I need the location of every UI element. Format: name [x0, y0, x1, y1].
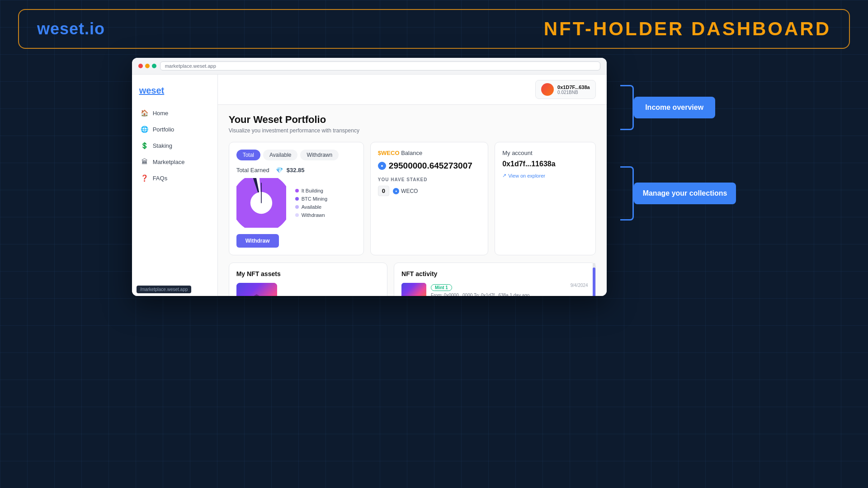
- legend-it-building: It Building: [295, 188, 327, 193]
- activity-item-1: Mint 1 From: 0x0000...0000 To: 0x1d7f...…: [401, 283, 588, 296]
- nft-asset-item: It Building x3: [236, 283, 380, 296]
- total-earned-card: Total Available Withdrawn Total Earned 💎…: [229, 142, 364, 255]
- sidebar-item-staking[interactable]: 💲 Staking: [132, 137, 217, 154]
- wallet-avatar: [541, 83, 554, 96]
- marketplace-icon: 🏛: [141, 158, 148, 165]
- nft-assets-card: My NFT assets It Building x3: [229, 263, 387, 296]
- legend-dot-1: [295, 189, 299, 192]
- nft-image: [236, 283, 277, 296]
- activity-date-1: 9/4/2024: [571, 283, 588, 288]
- pie-chart: [236, 178, 286, 228]
- legend-withdrawn: Withdrawn: [295, 212, 327, 218]
- manage-collections-bracket: [620, 166, 634, 221]
- weco-badge: ● WECO: [393, 188, 418, 194]
- explorer-link[interactable]: ↗ View on explorer: [502, 173, 588, 178]
- wallet-details: 0x1D7F...638a 0.021BNB: [557, 84, 590, 95]
- legend-dot-3: [295, 205, 299, 209]
- sidebar-item-portfolio[interactable]: 🌐 Portfolio: [132, 121, 217, 137]
- app-header: 0x1D7F...638a 0.021BNB: [218, 75, 607, 105]
- manage-collections-annotation: Manage your collections: [620, 166, 736, 221]
- faqs-icon: ❓: [141, 174, 148, 182]
- income-overview-bracket: [620, 85, 634, 130]
- weco-circle-icon: ●: [378, 162, 386, 170]
- tab-available[interactable]: Available: [263, 150, 297, 160]
- nft-activity-card: NFT activity Mint 1 From: 0x0000...0000: [394, 263, 596, 296]
- total-earned-label: Total Earned 💎 $32.85: [236, 167, 356, 174]
- nft-row: My NFT assets It Building x3: [229, 263, 596, 296]
- legend: It Building BTC Mining Available: [295, 188, 327, 218]
- sidebar-item-faqs[interactable]: ❓ FAQs: [132, 170, 217, 186]
- income-overview-button[interactable]: Income overview: [634, 97, 715, 119]
- staking-icon: 💲: [141, 142, 148, 149]
- legend-dot-2: [295, 197, 299, 201]
- staked-amount: 0: [378, 186, 389, 196]
- wallet-info[interactable]: 0x1D7F...638a 0.021BNB: [535, 80, 596, 99]
- url-bar: /marketplace.weset.app: [137, 286, 192, 293]
- weco-title: $WECO Balance: [378, 150, 481, 156]
- portfolio-subtitle: Visualize you investment performance wit…: [229, 127, 596, 134]
- sidebar: weset 🏠 Home 🌐 Portfolio 💲 Staking 🏛 Mar…: [132, 75, 218, 296]
- nft-house-shape: [245, 294, 268, 296]
- wallet-address: 0x1D7F...638a: [557, 84, 590, 90]
- sidebar-logo: weset: [132, 82, 217, 105]
- cards-row: Total Available Withdrawn Total Earned 💎…: [229, 142, 596, 255]
- sidebar-label-home: Home: [153, 110, 169, 117]
- app-main: 0x1D7F...638a 0.021BNB Your Weset Portfo…: [218, 75, 607, 296]
- sidebar-label-portfolio: Portfolio: [153, 126, 175, 133]
- wallet-balance: 0.021BNB: [557, 90, 590, 95]
- home-icon: 🏠: [141, 109, 148, 117]
- legend-available: Available: [295, 204, 327, 210]
- account-address: 0x1d7f...11638a: [502, 160, 588, 168]
- account-title: My account: [502, 150, 588, 156]
- nft-activity-title: NFT activity: [401, 270, 588, 277]
- legend-btc-mining: BTC Mining: [295, 196, 327, 202]
- browser-window: marketplace.weset.app weset 🏠 Home 🌐 Por…: [132, 58, 607, 296]
- activity-thumb-1: [401, 283, 426, 296]
- withdraw-button[interactable]: Withdraw: [236, 234, 279, 248]
- weco-small-icon: ●: [393, 188, 399, 194]
- external-link-icon: ↗: [502, 173, 506, 178]
- main-content: marketplace.weset.app weset 🏠 Home 🌐 Por…: [0, 58, 868, 296]
- sidebar-item-home[interactable]: 🏠 Home: [132, 105, 217, 121]
- activity-info-1: Mint 1 From: 0x0000...0000 To: 0x1d7f...…: [431, 283, 588, 296]
- scroll-track: [593, 263, 595, 296]
- browser-dots: [138, 64, 156, 68]
- portfolio-content: Your Weset Portfolio Visualize you inves…: [218, 105, 607, 296]
- my-account-card: My account 0x1d7f...11638a ↗ View on exp…: [495, 142, 595, 255]
- nft-img-visual: [236, 283, 277, 296]
- maximize-dot: [152, 64, 156, 68]
- manage-collections-button[interactable]: Manage your collections: [634, 183, 736, 205]
- activity-detail-1: From: 0x0000...0000 To: 0x1d7f...638a 1 …: [431, 293, 588, 296]
- income-overview-annotation: Income overview: [620, 85, 736, 130]
- sidebar-label-staking: Staking: [153, 142, 172, 149]
- tab-withdrawn[interactable]: Withdrawn: [300, 150, 339, 160]
- nft-assets-title: My NFT assets: [236, 270, 380, 277]
- scroll-thumb[interactable]: [593, 267, 595, 296]
- portfolio-title: Your Weset Portfolio: [229, 114, 596, 126]
- tab-group: Total Available Withdrawn: [236, 150, 356, 160]
- sidebar-item-marketplace[interactable]: 🏛 Marketplace: [132, 154, 217, 170]
- weco-balance-value: ● 29500000.645273007: [378, 161, 481, 171]
- legend-dot-4: [295, 213, 299, 217]
- sidebar-label-marketplace: Marketplace: [153, 159, 185, 165]
- app-header-right: 0x1D7F...638a 0.021BNB: [535, 80, 596, 99]
- browser-bar: marketplace.weset.app: [132, 58, 607, 75]
- dashboard-title: NFT-HOLDER DASHBOARD: [544, 18, 831, 40]
- portfolio-icon: 🌐: [141, 126, 148, 133]
- browser-url-bar: marketplace.weset.app: [160, 61, 600, 70]
- close-dot: [138, 64, 143, 68]
- staked-label: YOU HAVE STAKED: [378, 177, 481, 182]
- staked-row: 0 ● WECO: [378, 186, 481, 196]
- weco-balance-card: $WECO Balance ● 29500000.645273007 YOU H…: [370, 142, 488, 255]
- pie-legend-area: It Building BTC Mining Available: [236, 178, 356, 228]
- diamond-icon: 💎: [276, 167, 283, 174]
- mint-badge-1: Mint 1: [431, 284, 452, 291]
- header-logo: weset.io: [37, 19, 105, 38]
- minimize-dot: [145, 64, 150, 68]
- tab-total[interactable]: Total: [236, 150, 260, 160]
- annotations: Income overview Manage your collections: [620, 58, 736, 221]
- top-header: weset.io NFT-HOLDER DASHBOARD: [18, 9, 850, 49]
- nft-img-visual-1: [401, 283, 426, 296]
- sidebar-label-faqs: FAQs: [153, 175, 168, 182]
- app-container: weset 🏠 Home 🌐 Portfolio 💲 Staking 🏛 Mar…: [132, 75, 607, 296]
